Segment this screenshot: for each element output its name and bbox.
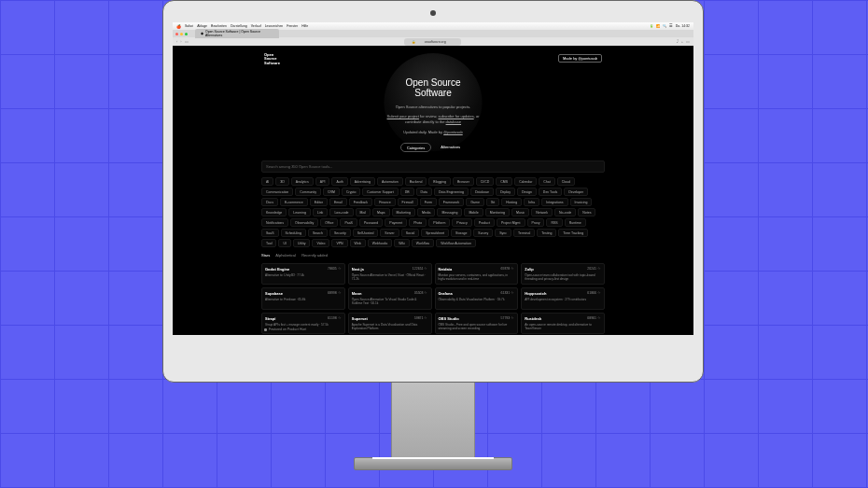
category-tag[interactable]: Finance — [374, 198, 395, 206]
status-battery-icon[interactable]: 🔋 — [650, 24, 653, 28]
project-card[interactable]: Supabase68998 ☆Alternative to: Firebase … — [261, 287, 345, 309]
project-card[interactable]: Rustdesk68961 ☆An open-source remote des… — [521, 313, 605, 334]
category-tag[interactable]: Knowledge — [261, 208, 287, 216]
category-tag[interactable]: Utility — [293, 239, 311, 247]
menubar-history[interactable]: Verlauf — [251, 24, 261, 28]
category-tag[interactable]: Network — [531, 208, 553, 216]
menubar-date[interactable]: Do. 14:32 — [676, 24, 690, 28]
project-card[interactable]: Grafana61331 ☆Observability & Data Visua… — [435, 287, 519, 309]
category-tag[interactable]: Social — [401, 229, 420, 237]
category-tag[interactable]: Docs — [261, 198, 278, 206]
category-tag[interactable]: Messaging — [437, 208, 462, 216]
category-tag[interactable]: CMS — [496, 177, 512, 186]
category-tag[interactable]: Observability — [290, 218, 318, 227]
category-tag[interactable]: Low-code — [329, 208, 353, 216]
menubar-file[interactable]: Ablage — [197, 24, 207, 28]
category-tag[interactable]: Video — [312, 239, 329, 247]
status-control-icon[interactable]: ☰ — [669, 24, 673, 28]
category-tag[interactable]: Deploy — [496, 188, 515, 196]
category-tag[interactable]: Automation — [377, 177, 403, 186]
category-tag[interactable]: Mobile — [464, 208, 483, 216]
submit-link[interactable]: Submit your project — [387, 114, 419, 119]
tabs-icon[interactable]: ▭ — [686, 39, 690, 44]
category-tag[interactable]: Security — [329, 229, 351, 237]
category-tag[interactable]: Git — [486, 198, 499, 206]
project-card[interactable]: Superset59871 ☆Apache Superset is a Data… — [348, 313, 432, 334]
project-card[interactable]: Zulip20241 ☆Open-source team collaborati… — [521, 263, 605, 285]
category-tag[interactable]: Hosting — [501, 198, 522, 206]
category-tag[interactable]: CI/CD — [476, 177, 495, 186]
category-tag[interactable]: Chat — [539, 177, 554, 186]
category-tag[interactable]: Music — [511, 208, 529, 216]
category-tag[interactable]: Feedback — [349, 198, 372, 206]
category-tag[interactable]: AI — [261, 177, 273, 186]
category-tag[interactable]: Testing — [537, 229, 556, 237]
category-tag[interactable]: Storage — [451, 229, 471, 237]
category-tag[interactable]: Password — [359, 218, 383, 227]
menubar-help[interactable]: Hilfe — [301, 24, 308, 28]
category-tag[interactable]: No-code — [554, 208, 576, 216]
tab-alternatives[interactable]: Alternatives — [435, 143, 466, 152]
category-tag[interactable]: Tool — [261, 239, 276, 247]
category-tag[interactable]: Email — [329, 198, 347, 206]
browser-tab[interactable]: ◆ Open Source Software | Open Source Alt… — [195, 29, 279, 38]
category-tag[interactable]: Survey — [473, 229, 493, 237]
category-tag[interactable]: Web — [350, 239, 366, 247]
category-tag[interactable]: Marketing — [392, 208, 415, 216]
forward-button[interactable]: › — [180, 39, 181, 44]
category-tag[interactable]: Crypto — [342, 188, 360, 196]
category-tag[interactable]: Invoicing — [570, 198, 593, 206]
category-tag[interactable]: Browser — [453, 177, 474, 186]
category-tag[interactable]: UI — [278, 239, 291, 247]
category-tag[interactable]: Runtime — [565, 218, 586, 227]
sidebar-icon[interactable]: ▭ — [185, 39, 189, 44]
category-tag[interactable]: E-commerce — [280, 198, 308, 206]
status-search-icon[interactable]: 🔍 — [663, 24, 666, 28]
product-hunt-badge[interactable]: Featured on Product Hunt — [264, 328, 306, 331]
category-tag[interactable]: Office — [320, 218, 338, 227]
project-card[interactable]: Next.js122651 ☆Open Source Alternative t… — [348, 263, 432, 285]
category-tag[interactable]: Database — [470, 188, 494, 196]
project-card[interactable]: Hoppscotch61866 ☆API development ecosyst… — [521, 287, 605, 309]
category-tag[interactable]: Mail — [356, 208, 371, 216]
category-tag[interactable]: Data Engineering — [434, 188, 469, 196]
window-close-button[interactable] — [175, 33, 178, 35]
category-tag[interactable]: Payment — [385, 218, 407, 227]
category-tag[interactable]: DB — [400, 188, 414, 196]
category-tag[interactable]: Wiki — [394, 239, 410, 247]
category-tag[interactable]: API — [315, 177, 330, 186]
category-tag[interactable]: Infra — [524, 198, 539, 206]
category-tag[interactable]: Backend — [405, 177, 427, 186]
category-tag[interactable]: Dev Tools — [539, 188, 562, 196]
project-card[interactable]: Godot Engine78605 ☆Alternative to: Unity… — [261, 263, 345, 285]
category-tag[interactable]: Notifications — [261, 218, 288, 227]
category-tag[interactable]: Webhooks — [368, 239, 392, 247]
window-zoom-button[interactable] — [185, 33, 188, 35]
category-tag[interactable]: Workflow — [412, 239, 434, 247]
address-bar[interactable]: 🔒 ossoftware.org — [404, 38, 461, 46]
menubar-view[interactable]: Darstellung — [231, 24, 247, 28]
category-tag[interactable]: Blogging — [428, 177, 451, 186]
category-tag[interactable]: CRM — [323, 188, 340, 196]
category-tag[interactable]: Framework — [439, 198, 465, 206]
category-tag[interactable]: Sync — [495, 229, 511, 237]
category-tag[interactable]: Developer — [564, 188, 588, 196]
menubar-edit[interactable]: Bearbeiten — [211, 24, 227, 28]
category-tag[interactable]: Advertising — [350, 177, 375, 186]
category-tag[interactable]: Photo — [409, 218, 427, 227]
window-minimize-button[interactable] — [180, 33, 183, 35]
subscribe-link[interactable]: subscribe for updates — [438, 114, 473, 119]
category-tag[interactable]: Calendar — [514, 177, 537, 186]
category-tag[interactable]: Search — [308, 229, 328, 237]
category-tag[interactable]: Privacy — [452, 218, 471, 227]
sort-recent[interactable]: Recently added — [301, 253, 328, 258]
category-tag[interactable]: Analytics — [291, 177, 314, 186]
category-tag[interactable]: Notes — [578, 208, 595, 216]
category-tag[interactable]: Self-hosted — [353, 229, 379, 237]
category-tag[interactable]: Media — [417, 208, 436, 216]
author-link[interactable]: @pontusab — [443, 130, 463, 134]
menubar-window[interactable]: Fenster — [287, 24, 298, 28]
category-tag[interactable]: Product — [474, 218, 495, 227]
category-tag[interactable]: Scheduling — [281, 229, 306, 237]
category-tag[interactable]: Form — [420, 198, 437, 206]
